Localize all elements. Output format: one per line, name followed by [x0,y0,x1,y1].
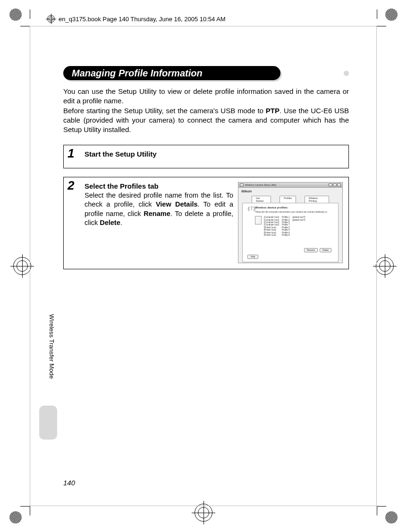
registration-mark [195,504,212,522]
inset-tab: Wireless Printing [305,196,329,203]
page-header: en_q3175.book Page 140 Thursday, June 16… [47,15,226,23]
list-col-icons: [Computer Icon] [Computer Icon] [Compute… [264,216,279,236]
step-title: Select the Profiles tab [85,182,233,190]
registration-mark [376,257,394,275]
step-number: 2 [68,178,74,193]
banner-dot [344,71,349,76]
inset-rename-button: Rename [304,248,318,252]
list-cell: [Printer Icon] [264,234,279,236]
list-col-names: Profile 1 Profile 3 Profile 5 Profile 7 … [282,216,290,236]
section-title: Managing Profile Information [63,66,280,80]
side-tab [39,406,57,440]
step-text-bold: Delete [100,219,120,226]
inset-window-title: Wireless Camera Setup Utility [245,183,276,186]
inset-titlebar: Wireless Camera Setup Utility [238,183,342,188]
intro-text: You can use the Setup Utility to view or… [63,87,349,134]
section-banner: Managing Profile Information [63,66,349,82]
preview-icon [255,216,262,224]
inset-help-button: Help [247,255,258,259]
step-text: . [120,219,122,226]
file-info: en_q3175.book Page 140 Thursday, June 16… [59,16,226,23]
intro-p2-bold: PTP [266,107,280,115]
intro-p2a: Before starting the Setup Utility, set t… [63,107,266,115]
system-menu-icon [240,183,244,186]
step-text-bold: Rename [144,210,170,217]
setup-utility-screenshot: Wireless Camera Setup Utility Nikon Get … [238,182,343,263]
registration-mark-icon [47,15,55,23]
window-controls [329,183,341,186]
step-1-box: 1 Start the Setup Utility [63,145,349,168]
inset-panel-sub: These are the computers and printers you… [255,211,334,213]
step-body: Select the desired profile name from the… [85,191,233,227]
corner-ornament [9,511,22,524]
list-col-status: [paired icon?] [paired icon?] [293,216,305,236]
inset-tab: Get Started [252,196,271,203]
wifi-icon: ⟪T⟫ [247,206,253,212]
step-number: 1 [68,146,74,161]
step-2-box: 2 Select the Profiles tab Select the des… [63,177,349,269]
side-label: Wireless Transfer Mode [48,314,55,379]
intro-p1: You can use the Setup Utility to view or… [63,87,349,105]
step-title: Start the Setup Utility [85,150,343,158]
page-number: 140 [63,479,75,487]
inset-tab: Profiles [280,196,296,203]
step-text-bold: View Details [156,200,198,208]
inset-brand: Nikon [238,188,342,195]
list-cell: [paired icon?] [293,219,305,221]
corner-ornament [385,511,398,524]
list-cell: Profile 8 [282,234,290,236]
registration-mark [13,257,31,275]
inset-panel: ⟪T⟫ Wireless device profiles: These are … [242,203,339,262]
inset-delete-button: Delete [320,248,331,252]
corner-ornament [385,8,398,21]
inset-tabs: Get Started Profiles Wireless Printing [238,196,342,203]
inset-panel-title: Wireless device profiles: [255,206,334,209]
inset-profile-list: [Computer Icon] [Computer Icon] [Compute… [255,216,334,236]
corner-ornament [9,8,22,21]
